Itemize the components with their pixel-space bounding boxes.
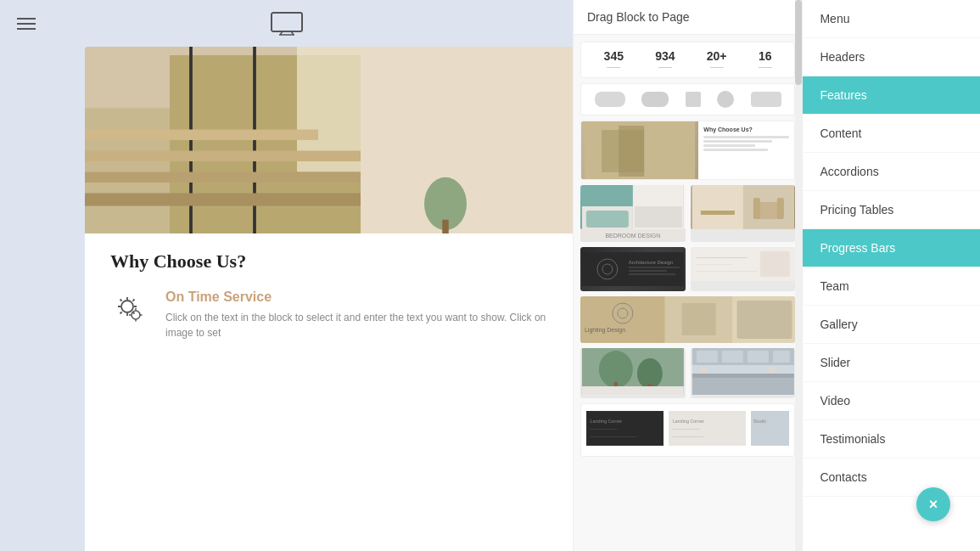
stat-item: 16 ——	[759, 49, 772, 70]
svg-text:———————: ———————	[591, 427, 618, 431]
svg-rect-67	[701, 367, 708, 374]
svg-rect-52	[737, 301, 792, 339]
dark-room-image: Architecture Design	[580, 247, 686, 291]
stat-item: 345 ——	[604, 49, 624, 70]
svg-text:Architecture Design: Architecture Design	[629, 260, 673, 265]
light-thumbnail[interactable]: —————————— ——————— ————————————	[691, 247, 796, 291]
close-button[interactable]: ×	[916, 487, 950, 521]
monitor-icon	[270, 11, 304, 37]
svg-rect-77	[751, 411, 789, 446]
preview-hero-image	[85, 47, 573, 233]
feature-image	[581, 121, 698, 179]
nav-item-content[interactable]: Content	[803, 115, 980, 153]
thumbnails-grid: 345 —— 934 —— 20+ —— 16 ——	[574, 35, 802, 464]
nav-item-testimonials[interactable]: Testimonials	[803, 420, 980, 458]
kitchen-thumbnail[interactable]	[691, 348, 796, 398]
logos-thumbnail[interactable]	[580, 83, 795, 115]
nav-item-gallery[interactable]: Gallery	[803, 306, 980, 344]
top-bar	[0, 0, 573, 47]
plants-row	[580, 348, 795, 398]
svg-rect-65	[692, 374, 794, 378]
logo-placeholder	[751, 92, 781, 107]
dark-thumbnail[interactable]: Architecture Design	[580, 247, 686, 291]
svg-rect-68	[769, 367, 776, 374]
feature-content: Why Choose Us?	[698, 121, 794, 179]
nav-item-features[interactable]: Features	[803, 76, 980, 115]
nav-list: Menu Headers Features Content Accordions…	[802, 0, 980, 551]
nav-item-progress-bars[interactable]: Progress Bars	[803, 229, 980, 267]
drag-block-title: Drag Block to Page	[587, 10, 690, 24]
svg-rect-61	[697, 351, 718, 363]
preview-content: Why Choose Us? On Time Service Click on …	[85, 233, 573, 370]
logo-placeholder	[686, 92, 701, 107]
plants-thumbnail[interactable]	[580, 348, 686, 398]
svg-text:————————————: ————————————	[697, 268, 758, 273]
stats-thumbnail[interactable]: 345 —— 934 —— 20+ —— 16 ——	[580, 42, 795, 78]
svg-rect-66	[692, 378, 794, 395]
svg-rect-64	[773, 351, 790, 363]
feature-text: On Time Service Click on the text in the…	[165, 290, 547, 340]
stat-item: 20+ ——	[707, 49, 727, 70]
preview-section-title: Why Choose Us?	[110, 250, 547, 273]
svg-rect-31	[777, 198, 784, 219]
feature-with-image-thumbnail[interactable]: Why Choose Us?	[580, 121, 795, 180]
table-thumbnail[interactable]: Landing Corner ——————— ———————————— Land…	[580, 403, 795, 457]
right-panel: Drag Block to Page 345 —— 934 —— 20+ —— …	[573, 0, 980, 551]
svg-rect-13	[85, 130, 318, 141]
logo-placeholder	[641, 92, 669, 107]
room-thumbnail-1[interactable]: BEDROOM DESIGN	[580, 185, 686, 242]
svg-text:————————————: ————————————	[591, 435, 637, 439]
feature-item: On Time Service Click on the text in the…	[110, 290, 547, 340]
svg-rect-50	[682, 303, 716, 335]
lighting-thumbnail[interactable]: Lighting Design	[580, 296, 795, 343]
scrollbar-thumb[interactable]	[795, 0, 802, 85]
dark-light-row: Architecture Design ——————————	[580, 247, 795, 291]
svg-rect-63	[748, 351, 769, 363]
svg-rect-14	[361, 47, 573, 233]
nav-item-slider[interactable]: Slider	[803, 344, 980, 382]
svg-rect-62	[722, 351, 743, 363]
hamburger-icon[interactable]	[17, 18, 36, 30]
feature-title: On Time Service	[165, 290, 547, 305]
svg-text:———————: ———————	[673, 427, 700, 431]
svg-rect-58	[582, 386, 684, 395]
logo-placeholder	[717, 91, 734, 108]
nav-item-pricing-tables[interactable]: Pricing Tables	[803, 191, 980, 229]
svg-rect-16	[442, 220, 449, 233]
svg-rect-25	[635, 206, 682, 228]
panel-header: Drag Block to Page	[574, 0, 802, 35]
left-panel: Why Choose Us? On Time Service Click on …	[0, 0, 573, 551]
svg-text:——————————: ——————————	[697, 255, 748, 260]
nav-item-accordions[interactable]: Accordions	[803, 153, 980, 191]
gear-icon	[110, 290, 153, 332]
nav-item-headers[interactable]: Headers	[803, 38, 980, 76]
svg-text:Landing Corner: Landing Corner	[591, 419, 623, 424]
light-image: —————————— ——————— ————————————	[691, 247, 796, 281]
svg-rect-32	[701, 211, 735, 215]
nav-item-video[interactable]: Video	[803, 382, 980, 420]
svg-rect-30	[753, 198, 760, 219]
svg-text:Landing Corner: Landing Corner	[673, 419, 705, 424]
sofa-image	[580, 185, 686, 229]
svg-point-17	[121, 301, 133, 312]
svg-rect-0	[272, 13, 302, 31]
svg-rect-26	[586, 211, 629, 228]
nav-item-menu[interactable]: Menu	[803, 0, 980, 38]
nav-item-contacts[interactable]: Contacts	[803, 458, 980, 497]
stat-item: 934 ——	[655, 49, 675, 70]
svg-rect-41	[760, 251, 790, 277]
logo-placeholder	[595, 92, 625, 107]
nav-item-team[interactable]: Team	[803, 267, 980, 306]
thumbnails-area[interactable]: Drag Block to Page 345 —— 934 —— 20+ —— …	[574, 0, 802, 551]
svg-rect-21	[619, 126, 644, 177]
room-thumbnail-2[interactable]	[691, 185, 796, 242]
scrollbar-track[interactable]	[795, 0, 802, 551]
room-image	[691, 185, 796, 229]
svg-point-18	[132, 311, 140, 319]
feature-description: Click on the text in the block to select…	[165, 310, 547, 340]
svg-text:———————: ———————	[697, 261, 732, 267]
room-thumbs-row: BEDROOM DESIGN	[580, 185, 795, 242]
svg-text:————————: ————————	[673, 435, 704, 439]
svg-rect-12	[85, 151, 403, 162]
preview-container: Why Choose Us? On Time Service Click on …	[85, 47, 573, 551]
